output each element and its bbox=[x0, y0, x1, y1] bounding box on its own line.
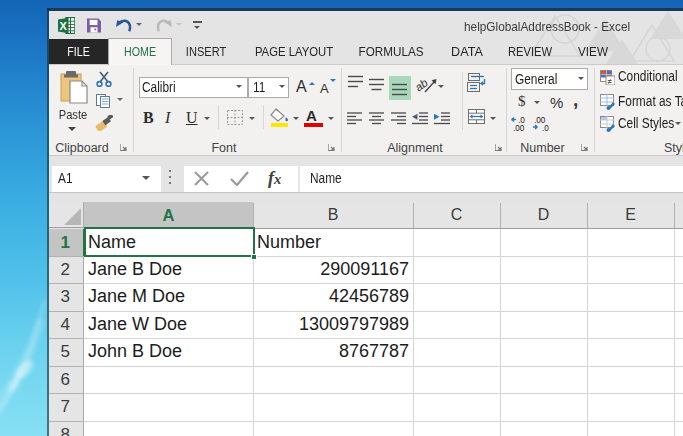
svg-text:≠: ≠ bbox=[608, 77, 613, 86]
svg-text:.0: .0 bbox=[542, 124, 549, 132]
svg-text:.00: .00 bbox=[513, 124, 525, 132]
svg-text:X: X bbox=[60, 20, 68, 32]
